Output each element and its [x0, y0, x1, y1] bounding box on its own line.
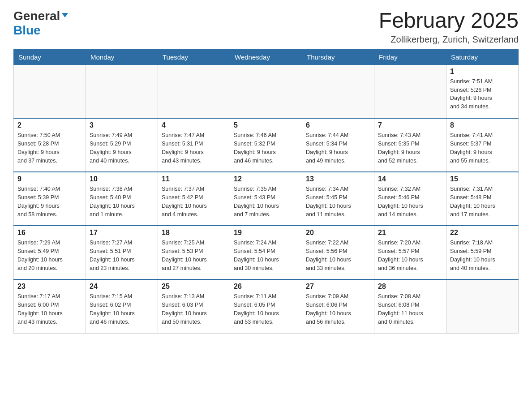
calendar-cell: 26Sunrise: 7:11 AM Sunset: 6:05 PM Dayli… [230, 279, 302, 333]
day-number: 5 [234, 121, 298, 129]
day-info: Sunrise: 7:47 AM Sunset: 5:31 PM Dayligh… [162, 131, 226, 165]
calendar-week-1: 1Sunrise: 7:51 AM Sunset: 5:26 PM Daylig… [14, 64, 519, 118]
day-info: Sunrise: 7:37 AM Sunset: 5:42 PM Dayligh… [162, 185, 226, 218]
calendar-cell: 15Sunrise: 7:31 AM Sunset: 5:48 PM Dayli… [446, 172, 519, 226]
calendar-cell: 11Sunrise: 7:37 AM Sunset: 5:42 PM Dayli… [158, 172, 230, 226]
calendar-cell: 16Sunrise: 7:29 AM Sunset: 5:49 PM Dayli… [14, 226, 86, 279]
calendar-cell: 3Sunrise: 7:49 AM Sunset: 5:29 PM Daylig… [86, 118, 158, 172]
day-number: 28 [378, 283, 442, 291]
calendar-cell: 5Sunrise: 7:46 AM Sunset: 5:32 PM Daylig… [230, 118, 302, 172]
calendar-cell [14, 64, 86, 118]
header-tuesday: Tuesday [158, 49, 230, 64]
calendar-cell: 13Sunrise: 7:34 AM Sunset: 5:45 PM Dayli… [302, 172, 374, 226]
calendar-cell: 21Sunrise: 7:20 AM Sunset: 5:57 PM Dayli… [374, 226, 446, 279]
logo: General Blue [13, 9, 69, 38]
day-info: Sunrise: 7:25 AM Sunset: 5:53 PM Dayligh… [162, 239, 226, 272]
calendar-cell [302, 64, 374, 118]
day-info: Sunrise: 7:44 AM Sunset: 5:34 PM Dayligh… [306, 131, 370, 165]
calendar-cell: 12Sunrise: 7:35 AM Sunset: 5:43 PM Dayli… [230, 172, 302, 226]
day-number: 7 [378, 121, 442, 129]
calendar-cell: 17Sunrise: 7:27 AM Sunset: 5:51 PM Dayli… [86, 226, 158, 279]
location: Zollikerberg, Zurich, Switzerland [379, 34, 519, 45]
calendar-cell: 20Sunrise: 7:22 AM Sunset: 5:56 PM Dayli… [302, 226, 374, 279]
calendar-cell: 27Sunrise: 7:09 AM Sunset: 6:06 PM Dayli… [302, 279, 374, 333]
calendar-cell [86, 64, 158, 118]
day-info: Sunrise: 7:29 AM Sunset: 5:49 PM Dayligh… [17, 239, 82, 272]
day-number: 9 [17, 175, 82, 183]
day-info: Sunrise: 7:46 AM Sunset: 5:32 PM Dayligh… [234, 131, 298, 165]
calendar-cell [158, 64, 230, 118]
calendar-cell: 1Sunrise: 7:51 AM Sunset: 5:26 PM Daylig… [446, 64, 519, 118]
page-header: General Blue February 2025 Zollikerberg,… [13, 9, 519, 45]
day-info: Sunrise: 7:18 AM Sunset: 5:59 PM Dayligh… [450, 239, 515, 272]
day-number: 2 [17, 121, 82, 129]
day-number: 13 [306, 175, 370, 183]
logo-blue: Blue [13, 23, 41, 37]
calendar-week-5: 23Sunrise: 7:17 AM Sunset: 6:00 PM Dayli… [14, 279, 519, 333]
logo-general: General [13, 9, 60, 23]
day-number: 4 [162, 121, 226, 129]
day-info: Sunrise: 7:24 AM Sunset: 5:54 PM Dayligh… [234, 239, 298, 272]
day-info: Sunrise: 7:38 AM Sunset: 5:40 PM Dayligh… [90, 185, 154, 218]
calendar-cell: 14Sunrise: 7:32 AM Sunset: 5:46 PM Dayli… [374, 172, 446, 226]
calendar-cell: 2Sunrise: 7:50 AM Sunset: 5:28 PM Daylig… [14, 118, 86, 172]
calendar-cell: 28Sunrise: 7:08 AM Sunset: 6:08 PM Dayli… [374, 279, 446, 333]
calendar-cell: 24Sunrise: 7:15 AM Sunset: 6:02 PM Dayli… [86, 279, 158, 333]
calendar-week-2: 2Sunrise: 7:50 AM Sunset: 5:28 PM Daylig… [14, 118, 519, 172]
day-number: 27 [306, 283, 370, 291]
day-number: 17 [90, 229, 154, 237]
logo-arrow-icon [61, 11, 69, 21]
day-info: Sunrise: 7:31 AM Sunset: 5:48 PM Dayligh… [450, 185, 515, 218]
header-sunday: Sunday [14, 49, 86, 64]
day-number: 1 [450, 68, 515, 76]
calendar-cell: 19Sunrise: 7:24 AM Sunset: 5:54 PM Dayli… [230, 226, 302, 279]
calendar-cell: 22Sunrise: 7:18 AM Sunset: 5:59 PM Dayli… [446, 226, 519, 279]
header-thursday: Thursday [302, 49, 374, 64]
calendar-week-4: 16Sunrise: 7:29 AM Sunset: 5:49 PM Dayli… [14, 226, 519, 279]
calendar-cell: 8Sunrise: 7:41 AM Sunset: 5:37 PM Daylig… [446, 118, 519, 172]
day-number: 14 [378, 175, 442, 183]
svg-marker-0 [62, 13, 68, 17]
day-info: Sunrise: 7:20 AM Sunset: 5:57 PM Dayligh… [378, 239, 442, 272]
day-number: 23 [17, 283, 82, 291]
day-info: Sunrise: 7:17 AM Sunset: 6:00 PM Dayligh… [17, 292, 82, 326]
day-info: Sunrise: 7:41 AM Sunset: 5:37 PM Dayligh… [450, 131, 515, 165]
calendar-cell [230, 64, 302, 118]
day-number: 11 [162, 175, 226, 183]
calendar-cell [374, 64, 446, 118]
calendar-table: Sunday Monday Tuesday Wednesday Thursday… [13, 49, 519, 334]
day-info: Sunrise: 7:11 AM Sunset: 6:05 PM Dayligh… [234, 292, 298, 326]
day-number: 19 [234, 229, 298, 237]
title-area: February 2025 Zollikerberg, Zurich, Swit… [379, 9, 519, 45]
day-number: 18 [162, 229, 226, 237]
calendar-cell: 7Sunrise: 7:43 AM Sunset: 5:35 PM Daylig… [374, 118, 446, 172]
calendar-cell [446, 279, 519, 333]
day-info: Sunrise: 7:22 AM Sunset: 5:56 PM Dayligh… [306, 239, 370, 272]
header-saturday: Saturday [446, 49, 519, 64]
day-info: Sunrise: 7:34 AM Sunset: 5:45 PM Dayligh… [306, 185, 370, 218]
day-number: 3 [90, 121, 154, 129]
day-number: 16 [17, 229, 82, 237]
month-title: February 2025 [379, 9, 519, 33]
day-number: 25 [162, 283, 226, 291]
day-info: Sunrise: 7:32 AM Sunset: 5:46 PM Dayligh… [378, 185, 442, 218]
day-number: 10 [90, 175, 154, 183]
header-friday: Friday [374, 49, 446, 64]
day-number: 12 [234, 175, 298, 183]
calendar-cell: 25Sunrise: 7:13 AM Sunset: 6:03 PM Dayli… [158, 279, 230, 333]
header-wednesday: Wednesday [230, 49, 302, 64]
calendar-cell: 9Sunrise: 7:40 AM Sunset: 5:39 PM Daylig… [14, 172, 86, 226]
day-info: Sunrise: 7:08 AM Sunset: 6:08 PM Dayligh… [378, 292, 442, 326]
calendar-cell: 18Sunrise: 7:25 AM Sunset: 5:53 PM Dayli… [158, 226, 230, 279]
calendar-cell: 6Sunrise: 7:44 AM Sunset: 5:34 PM Daylig… [302, 118, 374, 172]
day-info: Sunrise: 7:51 AM Sunset: 5:26 PM Dayligh… [450, 77, 515, 111]
day-info: Sunrise: 7:13 AM Sunset: 6:03 PM Dayligh… [162, 292, 226, 326]
day-info: Sunrise: 7:49 AM Sunset: 5:29 PM Dayligh… [90, 131, 154, 165]
day-number: 20 [306, 229, 370, 237]
day-info: Sunrise: 7:15 AM Sunset: 6:02 PM Dayligh… [90, 292, 154, 326]
calendar-cell: 4Sunrise: 7:47 AM Sunset: 5:31 PM Daylig… [158, 118, 230, 172]
day-number: 6 [306, 121, 370, 129]
weekday-header-row: Sunday Monday Tuesday Wednesday Thursday… [14, 49, 519, 64]
calendar-cell: 23Sunrise: 7:17 AM Sunset: 6:00 PM Dayli… [14, 279, 86, 333]
day-info: Sunrise: 7:09 AM Sunset: 6:06 PM Dayligh… [306, 292, 370, 326]
